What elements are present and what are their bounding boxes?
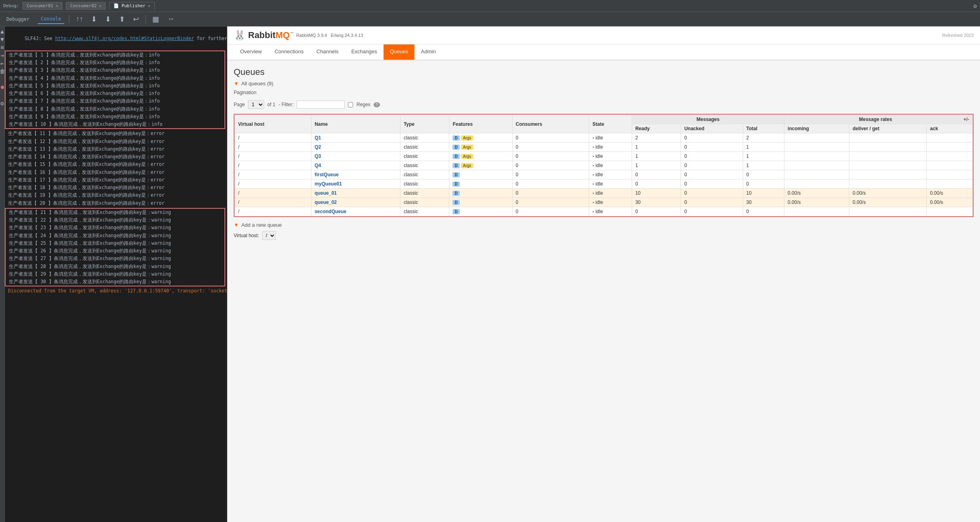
add-queue-header[interactable]: ▼ Add a new queue [234,222,974,228]
gear-icon[interactable]: ⚙ [974,3,977,9]
table-row[interactable]: / Q1 classic D Args 0 ▪ idle 2 0 2 [235,133,973,143]
rmq-content: Queues ▼ All queues (9) Pagination Page … [227,60,980,246]
tab-consumer01[interactable]: Consumer01 ✕ [22,2,63,10]
tab-consumer01-close[interactable]: ✕ [56,4,58,8]
console-tab[interactable]: Console [38,14,65,24]
log-line-5: 生产者发送【 5 】条消息完成，发送到Exchange的路由key是：info [6,82,224,90]
page-select[interactable]: 1 [248,100,264,109]
cell-name[interactable]: Q1 [311,133,400,143]
cell-state: ▪ idle [589,198,632,207]
sidebar-lines[interactable]: ≡ [0,44,4,50]
pagination-label: Pagination [234,90,257,95]
nav-connections[interactable]: Connections [268,44,310,60]
cell-ack: 0.00/s [927,189,973,198]
btn-step-into[interactable]: ⬇ [89,14,99,24]
th-deliver-get: deliver / get [849,124,927,133]
cell-features: D [449,179,512,189]
btn-split[interactable]: ↔ [166,14,176,24]
table-row-selected[interactable]: / queue_02 classic D 0 ▪ idle 30 0 30 0.… [235,198,973,207]
table-row[interactable]: / secondQueue classic D 0 ▪ idle 0 0 0 [235,207,973,216]
debugger-tab[interactable]: Debugger [3,15,33,24]
slf4j-line: SLF4J: See http://www.slf4j.org/codes.ht… [5,28,227,50]
cell-consumers: 0 [512,170,589,179]
cell-state: ▪ idle [589,161,632,170]
cell-ready: 1 [632,143,681,152]
cell-ready: 10 [632,189,681,198]
btn-run[interactable]: ⬆ [117,14,127,24]
vhost-select[interactable]: / [262,231,276,240]
cell-vhost: / [235,143,311,152]
regex-help[interactable]: ? [374,102,380,107]
table-row[interactable]: / Q3 classic D Args 0 ▪ idle 1 0 1 [235,152,973,161]
tab-publisher[interactable]: 📄 Publisher ✕ [109,2,155,10]
th-ack: ack [927,124,973,133]
cell-features: D Args [449,133,512,143]
nav-channels[interactable]: Channels [310,44,345,60]
filter-input[interactable] [297,101,345,109]
nav-overview[interactable]: Overview [234,44,268,60]
sidebar-trash[interactable]: 🗑 [0,68,5,75]
th-messages-group: Messages [632,115,784,124]
log-line-17: 生产者发送【 17 】条消息完成，发送到Exchange的路由key是：erro… [5,176,227,184]
log-line-1: 生产者发送【 1 】条消息完成，发送到Exchange的路由key是：info [6,51,224,59]
warning-log-box: 生产者发送【 21 】条消息完成，发送到Exchange的路由key是：warn… [5,208,225,287]
btn-return[interactable]: ↩ [131,14,141,24]
th-vhost: Virtual host [235,115,311,133]
console-area[interactable]: SLF4J: See http://www.slf4j.org/codes.ht… [5,26,227,522]
cell-consumers: 0 [512,161,589,170]
cell-incoming: 0.00/s [784,189,849,198]
table-row[interactable]: / Q2 classic D Args 0 ▪ idle 1 0 1 [235,143,973,152]
plus-minus-icon[interactable]: +/- [964,117,969,122]
regex-checkbox[interactable] [348,102,353,107]
th-name: Name [311,115,400,133]
nav-admin[interactable]: Admin [414,44,442,60]
rmq-title: Queues [234,67,974,77]
btn-step-over[interactable]: ↑↑ [74,14,85,24]
cell-total: 10 [743,189,784,198]
cell-name[interactable]: Q4 [311,161,400,170]
cell-state: ▪ idle [589,189,632,198]
table-row[interactable]: / firstQueue classic D 0 ▪ idle 0 0 0 [235,170,973,179]
cell-consumers: 0 [512,133,589,143]
th-ready: Ready [632,124,681,133]
cell-name[interactable]: queue_02 [311,198,400,207]
tab-consumer02[interactable]: Consumer02 ✕ [66,2,106,10]
cell-total: 30 [743,198,784,207]
cell-incoming: 0.00/s [784,198,849,207]
cell-name[interactable]: myQueue01 [311,179,400,189]
nav-queues[interactable]: Queues [384,44,415,60]
cell-total: 2 [743,133,784,143]
cell-ready: 1 [632,161,681,170]
table-row[interactable]: / myQueue01 classic D 0 ▪ idle 0 0 0 [235,179,973,189]
cell-type: classic [400,179,449,189]
cell-name[interactable]: queue_01 [311,189,400,198]
cell-name[interactable]: secondQueue [311,207,400,216]
sidebar-deindent[interactable]: ⇤ [0,60,4,67]
sidebar-indent[interactable]: ⇥ [0,52,4,58]
add-queue-form: Virtual host: / [234,231,974,240]
btn-step-out[interactable]: ⬇ [103,14,113,24]
rmq-logo: 🐰 RabbitMQ™ RabbitMQ 3.9.4 Erlang 24.3.4… [234,30,363,41]
sidebar-settings[interactable]: ⚙ [0,100,4,107]
table-row-selected[interactable]: / queue_01 classic D 0 ▪ idle 10 0 10 0.… [235,189,973,198]
th-incoming: incoming [784,124,849,133]
sidebar-arrow-down[interactable]: ▼ [0,36,4,42]
log-line-8: 生产者发送【 8 】条消息完成，发送到Exchange的路由key是：info [6,105,224,113]
cell-name[interactable]: firstQueue [311,170,400,179]
cell-vhost: / [235,170,311,179]
all-queues-section[interactable]: ▼ All queues (9) [234,81,974,87]
log-line-29: 生产者发送【 29 】条消息完成，发送到Exchange的路由key是：warn… [6,270,224,278]
cell-name[interactable]: Q2 [311,143,400,152]
table-row[interactable]: / Q4 classic D Args 0 ▪ idle 1 0 1 [235,161,973,170]
tab-consumer02-close[interactable]: ✕ [99,4,101,8]
log-line-7: 生产者发送【 7 】条消息完成，发送到Exchange的路由key是：info [6,97,224,105]
nav-exchanges[interactable]: Exchanges [345,44,383,60]
rmq-version: RabbitMQ 3.9.4 Erlang 24.3.4.13 [296,33,363,38]
info-log-box: 生产者发送【 1 】条消息完成，发送到Exchange的路由key是：info … [5,50,225,129]
btn-table[interactable]: ▦ [151,14,161,24]
rmq-nav: Overview Connections Channels Exchanges … [227,44,980,60]
cell-name[interactable]: Q3 [311,152,400,161]
tab-publisher-close[interactable]: ✕ [148,4,150,8]
vhost-label: Virtual host: [234,233,259,238]
sidebar-arrow-up[interactable]: ▲ [0,28,4,34]
